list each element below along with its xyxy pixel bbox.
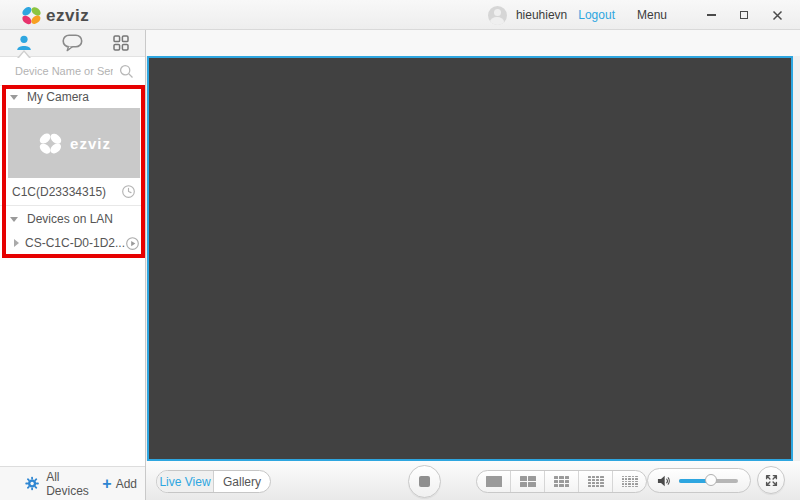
logout-link[interactable]: Logout	[578, 8, 615, 22]
main-top-strip	[146, 30, 800, 56]
logo-text: ezviz	[46, 5, 89, 27]
ezviz-flower-white-icon	[37, 130, 64, 157]
search-bar	[0, 57, 145, 86]
device-row-c1c[interactable]: C1C(D23334315)	[0, 178, 145, 206]
section-label: Devices on LAN	[27, 212, 113, 226]
close-button[interactable]	[766, 0, 788, 30]
sidebar-footer: All Devices + Add	[0, 466, 145, 500]
ezviz-studio-window: ezviz hieuhievn Logout Menu	[0, 0, 800, 500]
layout-switcher	[476, 470, 647, 493]
all-devices-button[interactable]: All Devices	[25, 470, 102, 498]
active-tab-caret-inner	[19, 52, 29, 58]
layout-1-icon	[486, 476, 502, 487]
device-sidebar: My Camera ezviz C1C(D23334315)	[0, 30, 146, 500]
tab-live-view[interactable]: Live View	[157, 471, 213, 492]
chat-icon	[62, 34, 83, 52]
search-icon[interactable]	[119, 64, 134, 83]
close-icon	[772, 10, 783, 21]
stop-button[interactable]	[408, 465, 441, 498]
minimize-button[interactable]	[700, 0, 722, 30]
history-button[interactable]	[121, 184, 136, 199]
titlebar: ezviz hieuhievn Logout Menu	[0, 0, 800, 30]
ezviz-flower-icon	[20, 4, 43, 27]
tab-gallery[interactable]: Gallery	[213, 471, 270, 492]
plus-icon: +	[102, 477, 111, 491]
expand-arrow-icon[interactable]	[14, 239, 19, 247]
minimize-icon	[707, 14, 716, 16]
layout-25-button[interactable]	[612, 471, 646, 492]
play-icon	[125, 236, 140, 251]
thumbnail-logo-text: ezviz	[70, 135, 111, 152]
device-name: CS-C1C-D0-1D2...	[25, 236, 125, 250]
collapse-arrow-icon	[10, 95, 18, 100]
username-label: hieuhievn	[516, 8, 567, 22]
search-input[interactable]	[13, 64, 115, 78]
maximize-button[interactable]	[733, 0, 755, 30]
window-controls	[689, 0, 788, 30]
all-devices-label: All Devices	[46, 470, 102, 498]
stop-icon	[419, 476, 430, 487]
play-device-button[interactable]	[125, 236, 140, 251]
add-device-button[interactable]: + Add	[102, 477, 137, 491]
ezviz-logo: ezviz	[20, 4, 89, 27]
layout-4-button[interactable]	[510, 471, 544, 492]
history-icon	[121, 184, 136, 199]
layout-25-icon	[622, 476, 638, 487]
layout-4-icon	[520, 476, 536, 487]
tab-messages[interactable]	[48, 30, 96, 56]
section-my-camera[interactable]: My Camera	[0, 89, 145, 105]
device-name: C1C(D23334315)	[12, 185, 106, 199]
tab-views[interactable]	[97, 30, 145, 56]
layout-16-button[interactable]	[578, 471, 612, 492]
menu-button[interactable]: Menu	[637, 8, 667, 22]
add-label: Add	[116, 477, 137, 491]
fullscreen-icon	[764, 473, 779, 488]
fullscreen-button[interactable]	[757, 466, 785, 494]
user-avatar[interactable]	[488, 6, 507, 25]
layout-16-icon	[588, 476, 604, 487]
gear-icon	[25, 476, 39, 491]
section-label: My Camera	[27, 90, 89, 104]
speaker-icon	[657, 474, 672, 488]
titlebar-right: hieuhievn Logout Menu	[488, 0, 788, 30]
volume-thumb[interactable]	[705, 474, 717, 486]
grid-tab-icon	[113, 35, 129, 51]
layout-1-button[interactable]	[477, 471, 510, 492]
device-row-lan[interactable]: CS-C1C-D0-1D2...	[0, 232, 145, 254]
volume-slider[interactable]	[679, 479, 738, 483]
live-view-pane[interactable]	[147, 56, 793, 461]
layout-9-icon	[554, 476, 570, 487]
maximize-icon	[740, 11, 748, 19]
camera-thumbnail[interactable]: ezviz	[8, 108, 140, 178]
layout-9-button[interactable]	[544, 471, 578, 492]
view-switcher: Live View Gallery	[156, 470, 271, 493]
volume-control	[647, 468, 751, 493]
section-devices-on-lan[interactable]: Devices on LAN	[0, 211, 145, 227]
collapse-arrow-icon	[10, 217, 18, 222]
playback-controlbar: Live View Gallery	[146, 461, 800, 500]
